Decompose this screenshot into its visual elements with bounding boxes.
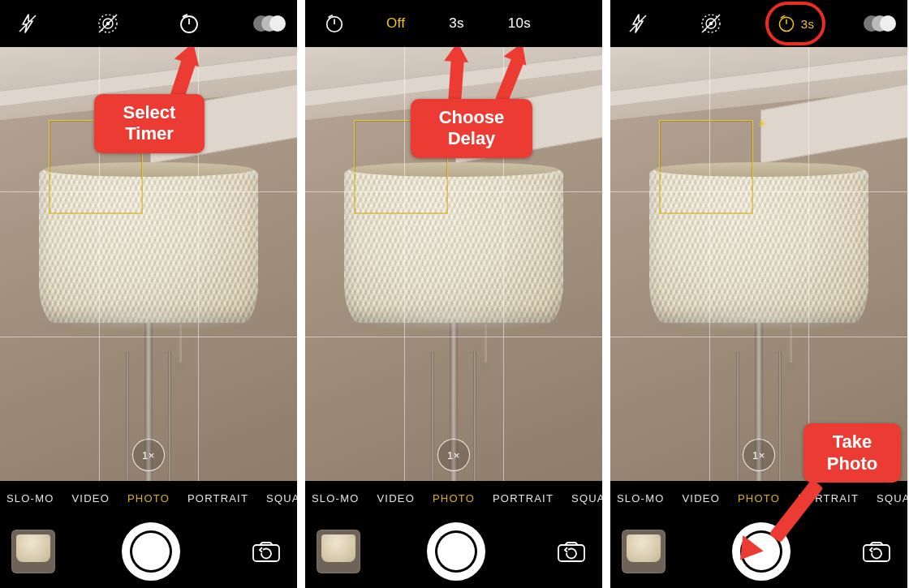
mode-portrait[interactable]: PORTRAIT <box>493 492 554 504</box>
filters-icon <box>253 14 286 33</box>
exposure-sun-icon: ☀ <box>757 118 767 130</box>
camera-flip-button[interactable] <box>247 535 286 568</box>
camera-bottom-bar <box>610 515 907 588</box>
annotation-circle <box>765 2 825 45</box>
live-photo-button[interactable] <box>88 4 127 43</box>
svg-line-15 <box>702 15 720 32</box>
shutter-button[interactable] <box>732 522 791 581</box>
annotation-choose-delay: Choose Delay <box>411 99 532 158</box>
timer-button[interactable] <box>320 4 349 43</box>
flash-button[interactable] <box>8 4 47 43</box>
mode-portrait[interactable]: PORTRAIT <box>187 492 248 504</box>
mode-video[interactable]: VIDEO <box>377 492 414 504</box>
annotation-take-photo: Take Photo <box>803 423 901 483</box>
filters-button[interactable] <box>860 4 899 43</box>
shutter-button[interactable] <box>427 522 485 581</box>
zoom-toggle[interactable]: 1× <box>132 439 165 471</box>
live-photo-off-icon <box>699 11 723 36</box>
live-photo-button[interactable] <box>691 4 730 43</box>
mode-video[interactable]: VIDEO <box>71 492 109 504</box>
annotation-select-timer: Select Timer <box>94 94 205 153</box>
camera-viewfinder[interactable]: ☀ 1× Select Timer <box>0 47 297 481</box>
camera-flip-icon <box>250 539 282 564</box>
last-photo-thumbnail[interactable] <box>317 530 360 573</box>
filters-button[interactable] <box>250 4 289 43</box>
mode-video[interactable]: VIDEO <box>682 492 719 504</box>
live-photo-off-icon <box>96 11 120 36</box>
phone-screenshot-3: 3s <box>610 0 907 588</box>
svg-line-4 <box>99 15 117 32</box>
mode-slomo[interactable]: SLO-MO <box>6 492 54 504</box>
timer-button-active[interactable]: 3s <box>765 4 826 43</box>
camera-mode-row[interactable]: SLO-MO VIDEO PHOTO PORTRAIT SQUARE <box>610 481 907 515</box>
shutter-button[interactable] <box>122 522 180 581</box>
camera-mode-row[interactable]: SLO-MO VIDEO PHOTO PORTRAIT SQUARE <box>0 481 297 515</box>
zoom-toggle[interactable]: 1× <box>743 439 775 471</box>
camera-viewfinder[interactable]: ☀ 1× <box>610 47 907 481</box>
mode-square[interactable]: SQUARE <box>877 492 907 504</box>
mode-slomo[interactable]: SLO-MO <box>617 492 664 504</box>
timer-button[interactable] <box>170 4 209 43</box>
camera-flip-button[interactable] <box>857 535 896 568</box>
camera-top-bar: 3s <box>610 0 907 47</box>
timer-option-off[interactable]: Off <box>386 15 405 32</box>
flash-off-icon <box>627 13 648 34</box>
focus-box: ☀ <box>659 120 753 214</box>
camera-mode-row[interactable]: SLO-MO VIDEO PHOTO PORTRAIT SQUARE <box>305 481 602 515</box>
camera-top-bar: Off 3s 10s <box>305 0 602 47</box>
zoom-toggle[interactable]: 1× <box>437 439 470 471</box>
phone-screenshot-1: ☀ 1× Select Timer SLO-MO VIDEO PHOTO POR… <box>0 0 297 588</box>
camera-top-bar <box>0 0 297 47</box>
mode-photo[interactable]: PHOTO <box>433 492 475 504</box>
mode-square[interactable]: SQUARE <box>571 492 602 504</box>
phone-screenshot-2: Off 3s 10s ☀ 1× <box>305 0 602 588</box>
camera-flip-button[interactable] <box>552 535 591 568</box>
timer-icon <box>178 12 200 35</box>
camera-bottom-bar <box>0 515 297 588</box>
camera-bottom-bar <box>305 515 602 588</box>
camera-flip-icon <box>555 539 588 564</box>
mode-photo[interactable]: PHOTO <box>127 492 170 504</box>
last-photo-thumbnail[interactable] <box>622 530 666 573</box>
timer-option-10s[interactable]: 10s <box>508 15 531 32</box>
camera-viewfinder[interactable]: ☀ 1× Choose Delay <box>305 47 602 481</box>
last-photo-thumbnail[interactable] <box>11 530 55 573</box>
mode-square[interactable]: SQUARE <box>266 492 297 504</box>
timer-option-3s[interactable]: 3s <box>449 15 464 32</box>
flash-button[interactable] <box>618 4 657 43</box>
filters-icon <box>864 14 896 33</box>
camera-flip-icon <box>860 539 893 564</box>
mode-photo[interactable]: PHOTO <box>738 492 780 504</box>
mode-slomo[interactable]: SLO-MO <box>312 492 359 504</box>
timer-icon <box>324 13 345 34</box>
flash-off-icon <box>17 13 38 34</box>
mode-portrait[interactable]: PORTRAIT <box>798 492 859 504</box>
